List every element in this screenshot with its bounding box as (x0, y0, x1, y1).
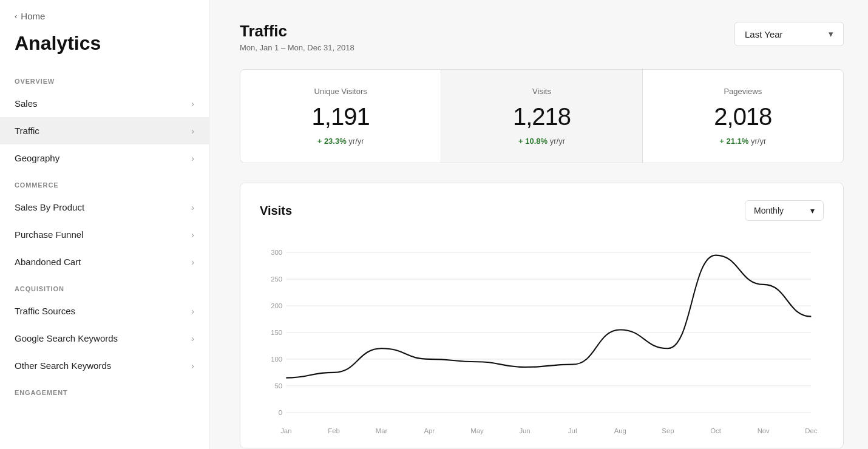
svg-text:Jun: Jun (519, 427, 530, 434)
section-label-commerce: COMMERCE (0, 172, 209, 194)
stat-change-1: + 10.8% yr/yr (461, 137, 622, 146)
svg-text:Jul: Jul (568, 427, 577, 434)
page-title-block: Traffic Mon, Jan 1 – Mon, Dec 31, 2018 (240, 22, 354, 52)
svg-text:Dec: Dec (805, 427, 817, 434)
stat-rest-0: yr/yr (347, 137, 364, 146)
svg-text:300: 300 (271, 249, 282, 256)
section-label-overview: OVERVIEW (0, 68, 209, 90)
sidebar-item-label-abandoned-cart: Abandoned Cart (15, 257, 81, 267)
page-subtitle: Mon, Jan 1 – Mon, Dec 31, 2018 (240, 43, 354, 52)
chevron-right-icon: › (191, 361, 194, 371)
stats-row: Unique Visitors 1,191 + 23.3% yr/yr Visi… (240, 69, 844, 163)
visits-line-chart: 050100150200250300JanFebMarAprMayJunJulA… (260, 235, 824, 436)
svg-text:Nov: Nov (758, 427, 770, 434)
sidebar-item-geography[interactable]: Geography› (0, 144, 209, 172)
main-header: Traffic Mon, Jan 1 – Mon, Dec 31, 2018 L… (240, 22, 844, 52)
sidebar-item-label-sales-by-product: Sales By Product (15, 202, 84, 212)
svg-text:Aug: Aug (614, 427, 626, 434)
sidebar-item-label-google-search-keywords: Google Search Keywords (15, 333, 118, 343)
chart-title: Visits (260, 204, 292, 218)
stat-label-0: Unique Visitors (260, 87, 421, 96)
stat-positive-2: + 21.1% (719, 137, 748, 146)
svg-text:250: 250 (271, 275, 282, 283)
sidebar-item-purchase-funnel[interactable]: Purchase Funnel› (0, 221, 209, 248)
svg-text:Sep: Sep (662, 427, 674, 434)
sidebar-item-other-search-keywords[interactable]: Other Search Keywords› (0, 352, 209, 379)
chart-section: Visits Monthly ▾ 050100150200250300JanFe… (240, 183, 844, 448)
stat-value-2: 2,018 (662, 103, 824, 130)
chart-dropdown-arrow-icon: ▾ (810, 206, 815, 215)
stat-card-0: Unique Visitors 1,191 + 23.3% yr/yr (240, 70, 441, 163)
stat-card-1: Visits 1,218 + 10.8% yr/yr (441, 70, 642, 163)
sidebar-item-sales-by-product[interactable]: Sales By Product› (0, 194, 209, 221)
sidebar-item-label-geography: Geography (15, 153, 59, 163)
sidebar-item-label-purchase-funnel: Purchase Funnel (15, 229, 83, 240)
chevron-right-icon: › (191, 203, 194, 212)
sidebar-item-label-traffic: Traffic (15, 126, 39, 136)
chevron-right-icon: › (191, 230, 194, 240)
sidebar-item-sales[interactable]: Sales› (0, 90, 209, 117)
back-label: Home (21, 11, 45, 21)
stat-value-0: 1,191 (260, 103, 421, 130)
sidebar-item-label-sales: Sales (15, 98, 38, 109)
stat-positive-0: + 23.3% (317, 137, 347, 146)
stat-rest-1: yr/yr (548, 137, 565, 146)
frequency-label: Monthly (754, 206, 784, 215)
svg-text:Oct: Oct (710, 427, 721, 434)
sidebar-item-traffic-sources[interactable]: Traffic Sources› (0, 297, 209, 325)
stat-positive-1: + 10.8% (518, 137, 548, 146)
time-range-label: Last Year (745, 29, 783, 39)
svg-text:May: May (470, 427, 484, 434)
frequency-dropdown[interactable]: Monthly ▾ (745, 200, 824, 221)
svg-text:Jan: Jan (280, 427, 291, 434)
sidebar-item-label-traffic-sources: Traffic Sources (15, 306, 75, 316)
main-content: Traffic Mon, Jan 1 – Mon, Dec 31, 2018 L… (209, 0, 868, 449)
section-label-acquisition: ACQUISITION (0, 275, 209, 297)
chevron-left-icon: ‹ (15, 12, 17, 21)
stat-card-2: Pageviews 2,018 + 21.1% yr/yr (643, 70, 843, 163)
chevron-right-icon: › (191, 334, 194, 343)
svg-text:0: 0 (279, 409, 282, 416)
stat-rest-2: yr/yr (748, 137, 766, 146)
sidebar-item-traffic[interactable]: Traffic› (0, 117, 209, 144)
section-label-engagement: ENGAGEMENT (0, 379, 209, 401)
time-range-dropdown[interactable]: Last Year ▾ (734, 22, 844, 46)
chevron-right-icon: › (191, 257, 194, 267)
svg-text:150: 150 (271, 329, 282, 336)
page-title: Traffic (240, 22, 354, 41)
back-button[interactable]: ‹ Home (0, 0, 209, 29)
svg-text:100: 100 (271, 356, 282, 363)
chart-area: 050100150200250300JanFebMarAprMayJunJulA… (260, 235, 824, 436)
chevron-right-icon: › (191, 154, 194, 163)
sidebar-item-google-search-keywords[interactable]: Google Search Keywords› (0, 325, 209, 352)
sidebar-item-label-other-search-keywords: Other Search Keywords (15, 360, 111, 371)
svg-text:Feb: Feb (328, 427, 340, 434)
chevron-right-icon: › (191, 126, 194, 136)
sidebar-sections: OVERVIEWSales›Traffic›Geography›COMMERCE… (0, 68, 209, 401)
stat-label-1: Visits (461, 87, 622, 96)
stat-change-2: + 21.1% yr/yr (662, 137, 824, 146)
sidebar-item-abandoned-cart[interactable]: Abandoned Cart› (0, 248, 209, 275)
svg-text:200: 200 (271, 302, 282, 309)
svg-text:Apr: Apr (424, 427, 435, 434)
chevron-right-icon: › (191, 99, 194, 109)
chart-header: Visits Monthly ▾ (260, 200, 824, 221)
stat-value-1: 1,218 (461, 103, 622, 130)
svg-text:50: 50 (275, 382, 283, 390)
chevron-right-icon: › (191, 306, 194, 316)
dropdown-arrow-icon: ▾ (829, 29, 833, 39)
stat-label-2: Pageviews (662, 87, 824, 96)
sidebar: ‹ Home Analytics OVERVIEWSales›Traffic›G… (0, 0, 209, 449)
sidebar-title: Analytics (0, 29, 209, 68)
svg-text:Mar: Mar (376, 427, 388, 434)
stat-change-0: + 23.3% yr/yr (260, 137, 421, 146)
